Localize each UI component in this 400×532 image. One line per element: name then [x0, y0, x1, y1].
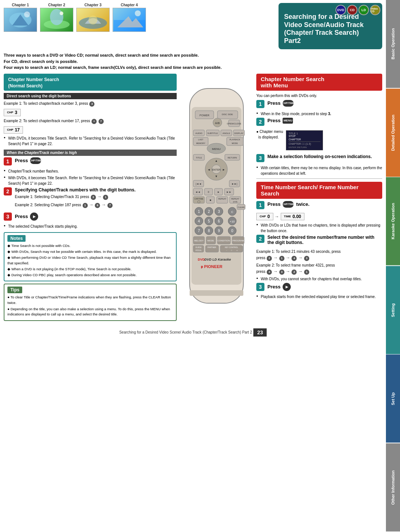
title-search-bullet: With DVDs, it becomes Title Search. Refe…	[4, 175, 177, 186]
svg-text:2: 2	[208, 210, 210, 214]
svg-text:SUBTITLE: SUBTITLE	[207, 132, 218, 134]
time-step-1: 1 Press CHP/TIME twice.	[256, 201, 382, 209]
svg-point-7	[89, 16, 97, 24]
time-ex1: Example 1: To select 21 minutes 43 secon…	[256, 249, 382, 261]
right-step-1: 1 Press CHP/TIME	[256, 100, 382, 108]
note-4: When a DVD is not playing (in the STOP m…	[7, 267, 173, 272]
remote-svg: POWER DISC SIDE OPEN/CLOSE A/B AUDIO SUB…	[182, 85, 251, 325]
time-step-3: 3 Press ▶	[256, 283, 382, 291]
svg-text:GUIDE/: GUIDE/	[195, 246, 202, 248]
svg-text:◯: ◯	[197, 200, 200, 203]
svg-text:C: C	[231, 210, 233, 214]
intro-text: Three ways to search a DVD or Video CD; …	[4, 52, 382, 71]
svg-text:CONDITION: CONDITION	[217, 240, 230, 242]
chapter-label: Chapter 1	[12, 3, 29, 7]
chapter-label: Chapter 3	[84, 3, 101, 7]
time-step-1-content: Press CHP/TIME twice.	[267, 201, 382, 208]
svg-text:►►: ►►	[226, 191, 231, 193]
right-step-3-title: Make a selection following on-screen ind…	[267, 154, 382, 159]
chapter-label: Chapter 2	[48, 3, 65, 7]
direct-search-header: Direct search using the digit buttons	[4, 93, 177, 99]
svg-point-10	[135, 10, 141, 16]
time-search-title: Time Number Search/ Frame Number Search	[261, 184, 378, 197]
flash-bullet: Chapter/Track number flashes.	[4, 168, 177, 174]
left-column: Chapter Number Search (Normal Search) Di…	[4, 74, 177, 325]
svg-text:MELODY: MELODY	[194, 240, 203, 242]
svg-text:MENU: MENU	[212, 147, 221, 151]
time-step-2-num: 2	[256, 235, 264, 243]
menu-btn[interactable]: MENU	[283, 118, 293, 124]
intro-line2: For CD, direct search only is possible.	[4, 58, 382, 65]
dvd-icon: DVD	[336, 5, 346, 15]
right-column: Chapter Number Search with Menu You can …	[256, 74, 382, 325]
time-step-1-num: 1	[256, 201, 264, 209]
sidebar-tab-other[interactable]: Other Information	[386, 444, 400, 532]
svg-text:ENTER: ENTER	[212, 168, 221, 171]
play-btn[interactable]: ▶	[30, 213, 38, 221]
chp-display-1: CHP 3	[4, 109, 21, 116]
step-2-content: Specifying Chapter/Track numbers with th…	[15, 187, 177, 210]
sidebar-tab-detailed[interactable]: Detailed Operation	[386, 89, 400, 177]
sidebar-tab-setting[interactable]: Setting	[386, 266, 400, 354]
sidebar-tab-basic[interactable]: Basic Operation	[386, 0, 400, 88]
right-step-1-num: 1	[256, 100, 264, 108]
menu-search-title: Chapter Number Search with Menu	[261, 76, 378, 88]
svg-point-2	[24, 11, 30, 17]
time-ex2: Example 2: To select frame number 4321, …	[256, 262, 382, 275]
play-btn-time[interactable]: ▶	[283, 283, 291, 291]
chapter-2-image	[40, 8, 73, 32]
right-step-2-content: Press MENU	[267, 118, 382, 124]
tip-2: Depending on the title, you can also mak…	[7, 307, 173, 317]
time-step-3-num: 3	[256, 283, 264, 291]
chapter-4: Chapter 4	[113, 3, 146, 49]
tip-1: To clear Title or Chapter/Track/Time/Fra…	[7, 295, 173, 305]
step-1-content: Press CHP/TIME	[15, 157, 177, 164]
digit-3-btn: 3	[89, 101, 94, 107]
svg-text:TITLE: TITLE	[196, 157, 202, 159]
time-no-chapters: With DVDs or LDs that have no chapters, …	[256, 222, 382, 234]
svg-text:0: 0	[231, 229, 233, 233]
remote-area: POWER DISC SIDE OPEN/CLOSE A/B AUDIO SUB…	[180, 74, 253, 325]
svg-text:(A-B): (A-B)	[233, 201, 237, 203]
svg-text:■: ■	[210, 199, 211, 201]
sidebar-tab-setup[interactable]: Set Up	[386, 355, 400, 443]
chapter-3: Chapter 3	[76, 3, 110, 49]
time-search-header: Time Number Search/ Frame Number Search	[256, 182, 382, 199]
chp-time-btn[interactable]: CHP/TIME	[30, 157, 41, 164]
digit-7-btn: 7	[99, 119, 104, 124]
page-number: 23	[253, 328, 267, 337]
chp-time-btn-right[interactable]: CHP/TIME	[283, 100, 294, 107]
right-step-3-num: 3	[256, 154, 264, 162]
svg-point-5	[60, 11, 63, 15]
note-5: During Video CD PBC play, search operati…	[7, 272, 173, 278]
chapter-menu-display-row: ● Chapter menu is displayed. TITLE 1 STO…	[256, 129, 382, 152]
ex1-text: Example 1: To select chapter/track numbe…	[4, 101, 177, 107]
dvd-title-search-note: With DVDs, it becomes Title Search. Refe…	[4, 135, 177, 147]
time-0-display: TIME 0.00	[281, 213, 304, 220]
svg-text:REPEAT: REPEAT	[231, 198, 239, 200]
chapter-1: Chapter 1	[4, 3, 37, 49]
page-footer: Searching for a Desired Video Scene/ Aud…	[4, 328, 382, 337]
right-step-2-press: Press MENU	[267, 118, 382, 124]
svg-text:AUDIO: AUDIO	[195, 132, 202, 134]
sidebar-tab-label: Other Information	[391, 470, 395, 505]
disc-icons: DVD CD LD Video CD	[336, 5, 380, 15]
chp-0-display: CHP 0	[256, 213, 273, 220]
note-3: When performing DVD or Video CD Time Sea…	[7, 255, 173, 266]
svg-text:▼: ▼	[215, 175, 218, 178]
time-step-2: 2 Select the desired time number/frame n…	[256, 235, 382, 246]
step-1-press-line: Press CHP/TIME	[15, 157, 177, 164]
chapter-4-image	[113, 8, 146, 32]
right-step-3: 3 Make a selection following on-screen i…	[256, 154, 382, 162]
svg-text:CHP/TIME: CHP/TIME	[194, 198, 204, 200]
sidebar-tab-karaoke[interactable]: Karaoke Operation	[386, 177, 400, 265]
step-3-content: Press ▶	[15, 213, 177, 221]
chp-time-btn-time[interactable]: CHP/TIME	[283, 201, 294, 208]
ex4-text: Example 2: Selecting Chapter 187 press 1…	[15, 201, 177, 208]
svg-text:DISC SIDE: DISC SIDE	[222, 113, 233, 116]
tips-header: Tips	[7, 287, 22, 293]
svg-text:8: 8	[208, 229, 210, 233]
svg-text:A/B: A/B	[215, 121, 220, 125]
step-3-press-line: Press ▶	[15, 213, 177, 221]
svg-text:ANGLE: ANGLE	[223, 132, 230, 134]
